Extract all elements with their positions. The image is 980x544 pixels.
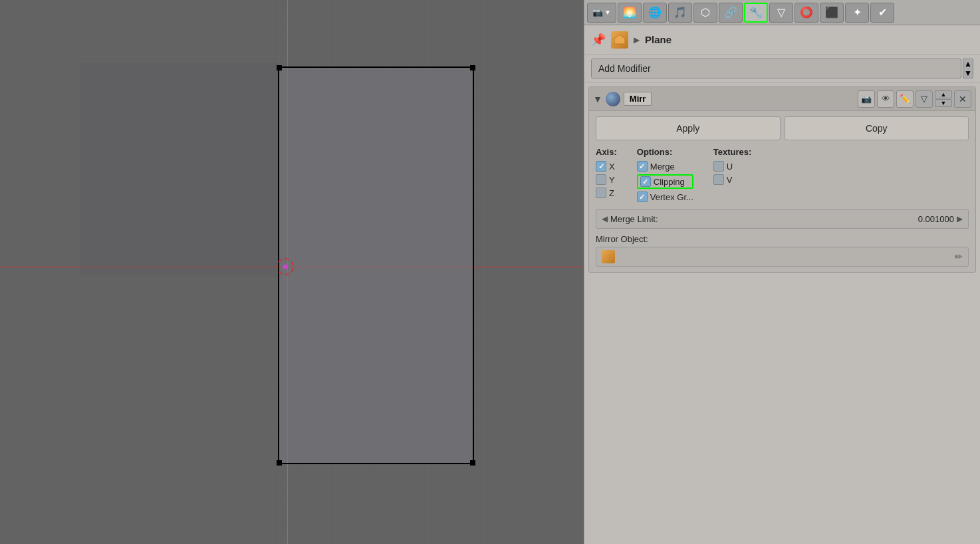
scene-icon: 🌅 xyxy=(623,6,636,19)
wrench-icon: 🔧 xyxy=(749,6,763,19)
texture-v-checkbox[interactable] xyxy=(713,174,724,185)
modifier-reorder: ▲ ▼ xyxy=(935,90,952,107)
mirror-object-row: ✏ xyxy=(596,247,969,267)
modifier-card: ▼ Mirr 📷 👁 ✏️ ▽ ▲ ▼ xyxy=(588,86,976,273)
plane-outline xyxy=(278,67,474,464)
origin-center xyxy=(283,265,288,269)
axis-z-checkbox[interactable] xyxy=(596,188,606,198)
object-type-icon xyxy=(611,31,628,49)
plane-shade xyxy=(80,63,278,276)
viewport[interactable] xyxy=(0,0,584,544)
handle-bl[interactable] xyxy=(277,460,282,466)
modifier-btn[interactable]: 🔧 xyxy=(744,3,768,23)
camera-small-icon: 📷 xyxy=(861,94,872,104)
modifier-sphere-icon[interactable] xyxy=(606,92,620,106)
axis-y-label: Y xyxy=(609,175,615,185)
mirror-object-icon xyxy=(602,250,615,263)
modifier-actions: Apply Copy xyxy=(596,116,969,140)
object-btn[interactable]: ⬡ xyxy=(693,3,717,23)
physics-icon: ⭕ xyxy=(800,6,813,19)
constraints-icon: ▽ xyxy=(777,6,785,19)
axis-section: Axis: ✓ X Y Z xyxy=(596,147,617,202)
axis-z-label: Z xyxy=(609,188,614,198)
clipping-checkbox[interactable]: ✓ xyxy=(640,176,651,187)
axis-label: Axis: xyxy=(596,147,617,157)
physics-btn[interactable]: ⭕ xyxy=(795,3,818,23)
render-props-btn[interactable]: ⬛ xyxy=(820,3,844,23)
constraints-btn[interactable]: ▽ xyxy=(769,3,793,23)
texture-v-label: V xyxy=(727,175,733,185)
object-expand-arrow[interactable]: ▶ xyxy=(634,35,640,45)
modifier-move-down[interactable]: ▼ xyxy=(935,99,952,107)
panel-toolbar: 📷 ▼ 🌅 🌐 🎵 ⬡ 🔗 🔧 ▽ ⭕ ⬛ ✦ xyxy=(584,0,980,25)
axis-x-checkbox[interactable]: ✓ xyxy=(596,161,606,172)
render-props-icon: ⬛ xyxy=(825,6,838,19)
textures-label: Textures: xyxy=(713,147,752,157)
render-dropdown[interactable]: 📷 ▼ xyxy=(587,3,616,23)
axis-x-label: X xyxy=(609,162,615,172)
camera-icon: 📷 xyxy=(592,7,603,17)
add-modifier-section: Add Modifier ▲▼ xyxy=(584,55,980,82)
modifier-view-icon-btn[interactable]: 👁 xyxy=(877,90,894,108)
object-name: Plane xyxy=(645,34,672,45)
shading-icon: ✦ xyxy=(853,6,862,19)
apply-button[interactable]: Apply xyxy=(596,116,781,140)
vertex-gr-checkbox[interactable]: ✓ xyxy=(637,192,648,202)
axis-y-checkbox[interactable] xyxy=(596,174,606,185)
properties-panel: 📷 ▼ 🌅 🌐 🎵 ⬡ 🔗 🔧 ▽ ⭕ ⬛ ✦ xyxy=(584,0,980,544)
add-modifier-label: Add Modifier xyxy=(598,63,651,74)
origin-dot xyxy=(277,258,294,275)
object-header: 📌 ▶ Plane xyxy=(584,25,980,55)
merge-limit-left-arrow: ◀ xyxy=(602,214,608,223)
add-modifier-button[interactable]: Add Modifier xyxy=(591,59,961,78)
texture-u-label: U xyxy=(727,162,733,172)
add-modifier-scroll[interactable]: ▲▼ xyxy=(963,59,973,78)
merge-label: Merge xyxy=(650,162,675,172)
dropdown-arrow: ▼ xyxy=(604,9,611,16)
modifier-delete-btn[interactable]: ✕ xyxy=(954,90,971,108)
modifier-render-icon-btn[interactable]: 📷 xyxy=(858,90,875,108)
cage-icon: ▽ xyxy=(921,94,927,104)
handle-br[interactable] xyxy=(470,460,475,466)
merge-limit-value: 0.001000 xyxy=(918,214,954,224)
world-btn[interactable]: 🌐 xyxy=(643,3,667,23)
object-data-icon: 🎵 xyxy=(674,6,687,19)
eye-icon: 👁 xyxy=(882,94,890,104)
particles-btn[interactable]: 🔗 xyxy=(719,3,743,23)
check-icon: ✔ xyxy=(878,6,887,19)
merge-limit-right-arrow: ▶ xyxy=(957,214,963,223)
particles-icon: 🔗 xyxy=(724,6,737,19)
world-icon: 🌐 xyxy=(648,6,662,19)
merge-limit-row[interactable]: ◀ Merge Limit: 0.001000 ▶ xyxy=(596,209,969,229)
modifier-header: ▼ Mirr 📷 👁 ✏️ ▽ ▲ ▼ xyxy=(589,87,975,111)
modifier-icons-right: 📷 👁 ✏️ ▽ ▲ ▼ ✕ xyxy=(858,90,971,108)
options-section: Options: ✓ Merge ✓ Clipping ✓ Vertex Gr.… xyxy=(637,147,693,202)
modifier-name[interactable]: Mirr xyxy=(624,92,652,106)
modifier-body: Apply Copy Axis: ✓ X Y xyxy=(589,111,975,272)
copy-button[interactable]: Copy xyxy=(785,116,969,140)
merge-checkbox[interactable]: ✓ xyxy=(637,161,648,172)
merge-limit-label: Merge Limit: xyxy=(610,214,918,224)
options-label: Options: xyxy=(637,147,693,157)
eyedropper-icon[interactable]: ✏ xyxy=(955,251,963,262)
object-data-btn[interactable]: 🎵 xyxy=(668,3,692,23)
modifier-edit-icon-btn[interactable]: ✏️ xyxy=(896,90,914,108)
object-icon: ⬡ xyxy=(701,6,710,19)
edit-icon: ✏️ xyxy=(900,94,910,104)
pin-icon[interactable]: 📌 xyxy=(591,33,606,47)
textures-section: Textures: U V xyxy=(713,147,752,202)
texture-u-checkbox[interactable] xyxy=(713,161,724,172)
modifier-collapse-arrow[interactable]: ▼ xyxy=(593,94,602,104)
svg-marker-2 xyxy=(614,35,625,44)
mirror-object-label: Mirror Object: xyxy=(596,234,969,244)
clipping-label: Clipping xyxy=(654,177,685,187)
shading-btn[interactable]: ✦ xyxy=(845,3,869,23)
modifier-move-up[interactable]: ▲ xyxy=(935,90,952,98)
handle-tl[interactable] xyxy=(277,65,282,70)
modifier-cage-icon-btn[interactable]: ▽ xyxy=(916,90,933,108)
scene-btn[interactable]: 🌅 xyxy=(618,3,642,23)
handle-tr[interactable] xyxy=(470,65,475,70)
check-btn[interactable]: ✔ xyxy=(870,3,894,23)
vertex-gr-label: Vertex Gr... xyxy=(650,192,693,202)
